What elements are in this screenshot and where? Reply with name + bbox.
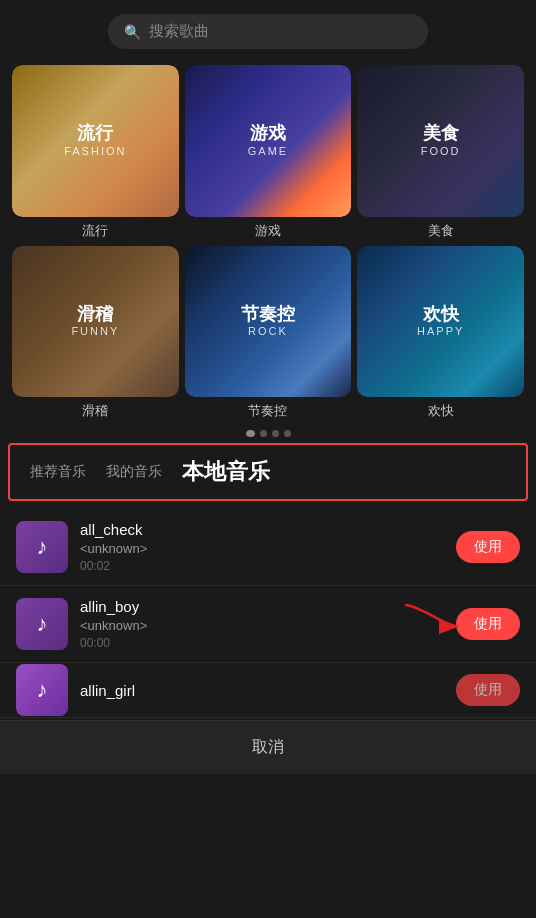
dot-3 — [272, 430, 279, 437]
song-title-1: all_check — [80, 521, 456, 538]
category-game[interactable]: 游戏 GAME 游戏 — [185, 65, 352, 240]
song-artist-1: <unknown> — [80, 541, 456, 556]
category-en-happy: HAPPY — [417, 325, 464, 338]
category-zh-fashion: 流行 — [64, 123, 126, 145]
song-duration-2: 00:00 — [80, 636, 456, 650]
song-thumb-3: ♪ — [16, 664, 68, 716]
category-thumb-game: 游戏 GAME — [185, 65, 352, 217]
category-name-food: 美食 — [428, 222, 454, 240]
category-happy[interactable]: 欢快 HAPPY 欢快 — [357, 246, 524, 421]
category-en-rock: ROCK — [241, 325, 295, 338]
category-rock[interactable]: 节奏控 ROCK 节奏控 — [185, 246, 352, 421]
category-thumb-food: 美食 FOOD — [357, 65, 524, 217]
category-name-happy: 欢快 — [428, 402, 454, 420]
category-thumb-fashion: 流行 FASHION — [12, 65, 179, 217]
category-thumb-funny: 滑稽 FUNNY — [12, 246, 179, 398]
category-name-rock: 节奏控 — [248, 402, 287, 420]
category-zh-rock: 节奏控 — [241, 304, 295, 326]
category-thumb-rock: 节奏控 ROCK — [185, 246, 352, 398]
dot-2 — [260, 430, 267, 437]
category-name-fashion: 流行 — [82, 222, 108, 240]
song-info-2: allin_boy <unknown> 00:00 — [80, 598, 456, 650]
search-placeholder: 搜索歌曲 — [149, 22, 209, 41]
song-thumb-1: ♪ — [16, 521, 68, 573]
dot-4 — [284, 430, 291, 437]
pagination-dots — [0, 430, 536, 437]
music-note-1: ♪ — [37, 534, 48, 560]
song-title-2: allin_boy — [80, 598, 456, 615]
category-zh-happy: 欢快 — [417, 304, 464, 326]
use-button-2[interactable]: 使用 — [456, 608, 520, 640]
song-list: ♪ all_check <unknown> 00:02 使用 ♪ allin_b… — [0, 509, 536, 718]
search-icon: 🔍 — [124, 24, 141, 40]
song-artist-2: <unknown> — [80, 618, 456, 633]
category-zh-funny: 滑稽 — [71, 304, 119, 326]
song-duration-1: 00:02 — [80, 559, 456, 573]
category-en-fashion: FASHION — [64, 145, 126, 158]
category-en-food: FOOD — [421, 145, 461, 158]
tab-recommend[interactable]: 推荐音乐 — [20, 459, 96, 485]
category-fashion[interactable]: 流行 FASHION 流行 — [12, 65, 179, 240]
song-thumb-2: ♪ — [16, 598, 68, 650]
song-info-1: all_check <unknown> 00:02 — [80, 521, 456, 573]
category-en-funny: FUNNY — [71, 325, 119, 338]
search-input-wrap[interactable]: 🔍 搜索歌曲 — [108, 14, 428, 49]
category-en-game: GAME — [248, 145, 288, 158]
tabs-section: 推荐音乐 我的音乐 本地音乐 — [8, 443, 528, 501]
category-name-funny: 滑稽 — [82, 402, 108, 420]
song-title-3: allin_girl — [80, 682, 456, 699]
use-button-1[interactable]: 使用 — [456, 531, 520, 563]
arrow-annotation — [401, 600, 461, 640]
category-funny[interactable]: 滑稽 FUNNY 滑稽 — [12, 246, 179, 421]
category-zh-game: 游戏 — [248, 123, 288, 145]
music-note-3: ♪ — [37, 677, 48, 703]
tab-my[interactable]: 我的音乐 — [96, 459, 172, 485]
use-button-3[interactable]: 使用 — [456, 674, 520, 706]
song-item-2: ♪ allin_boy <unknown> 00:00 使用 — [0, 586, 536, 663]
song-item-1: ♪ all_check <unknown> 00:02 使用 — [0, 509, 536, 586]
tab-local[interactable]: 本地音乐 — [172, 453, 280, 491]
music-note-2: ♪ — [37, 611, 48, 637]
category-thumb-happy: 欢快 HAPPY — [357, 246, 524, 398]
category-food[interactable]: 美食 FOOD 美食 — [357, 65, 524, 240]
category-grid: 流行 FASHION 流行 游戏 GAME 游戏 美食 FOOD 美食 — [0, 59, 536, 420]
song-info-3: allin_girl — [80, 682, 456, 699]
song-item-3: ♪ allin_girl 使用 — [0, 663, 536, 718]
cancel-bar[interactable]: 取消 — [0, 720, 536, 774]
search-bar: 🔍 搜索歌曲 — [0, 0, 536, 59]
category-name-game: 游戏 — [255, 222, 281, 240]
dot-1 — [246, 430, 255, 437]
category-zh-food: 美食 — [421, 123, 461, 145]
